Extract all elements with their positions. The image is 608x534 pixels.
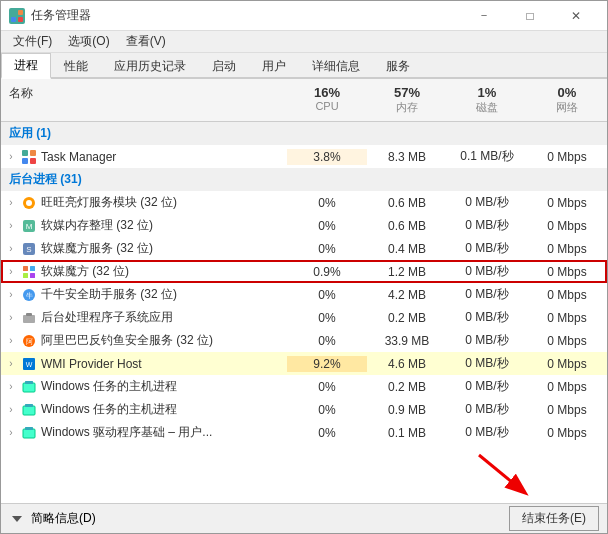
list-item[interactable]: › 软媒魔方 (32 位) 0.9% 1.2 MB 0 MB/秒 0 Mbps [1,260,607,283]
tab-services[interactable]: 服务 [373,53,423,79]
mem-val: 0.6 MB [367,195,447,211]
list-item[interactable]: › 旺旺亮灯服务模块 (32 位) 0% 0.6 MB 0 MB/秒 0 Mbp… [1,191,607,214]
list-item[interactable]: › M 软媒内存整理 (32 位) 0% 0.6 MB 0 MB/秒 0 Mbp… [1,214,607,237]
svg-text:牛: 牛 [26,292,33,299]
cell-name: › Windows 任务的主机进程 [1,401,287,418]
menu-view[interactable]: 查看(V) [118,31,174,52]
cpu-val: 0.9% [287,264,367,280]
list-item[interactable]: › 牛 千牛安全助手服务 (32 位) 0% 4.2 MB 0 MB/秒 0 M… [1,283,607,306]
cpu-val: 0% [287,333,367,349]
net-val: 0 Mbps [527,379,607,395]
close-button[interactable]: ✕ [553,1,599,31]
app-icon [9,8,25,24]
expand-icon[interactable]: › [5,289,17,300]
col-memory: 57% 内存 [367,83,447,117]
expand-icon[interactable]: › [5,404,17,415]
process-name: Task Manager [41,150,116,164]
disk-val: 0 MB/秒 [447,400,527,419]
expand-icon[interactable]: › [5,266,17,277]
col-name: 名称 [1,83,287,117]
expand-arrow[interactable] [9,511,25,527]
cpu-val: 0% [287,218,367,234]
svg-rect-21 [26,313,32,316]
disk-val: 0.1 MB/秒 [447,147,527,166]
net-val: 0 Mbps [527,149,607,165]
svg-rect-29 [25,404,33,407]
cell-name-task-manager: › Task Manager [1,149,287,165]
svg-rect-16 [23,273,28,278]
menu-file[interactable]: 文件(F) [5,31,60,52]
expand-icon[interactable]: › [5,220,17,231]
expand-icon[interactable]: › [5,243,17,254]
svg-marker-32 [12,516,22,522]
process-name: 软媒内存整理 (32 位) [41,217,153,234]
cell-name: › Windows 任务的主机进程 [1,378,287,395]
cell-name: › Windows 驱动程序基础 – 用户... [1,424,287,441]
disk-val: 0 MB/秒 [447,193,527,212]
list-item[interactable]: › W WMI Provider Host 9.2% 4.6 MB 0 MB/秒… [1,352,607,375]
expand-icon[interactable]: › [5,427,17,438]
table-header: 名称 16% CPU 57% 内存 1% 磁盘 0% 网络 [1,79,607,122]
process-icon: 阿 [21,333,37,349]
minimize-button[interactable]: － [461,1,507,31]
cell-name: › W WMI Provider Host [1,356,287,372]
process-name: WMI Provider Host [41,357,142,371]
net-val: 0 Mbps [527,402,607,418]
disk-val: 0 MB/秒 [447,216,527,235]
cpu-val: 0% [287,425,367,441]
process-name: 后台处理程序子系统应用 [41,309,173,326]
list-item[interactable]: › S 软媒魔方服务 (32 位) 0% 0.4 MB 0 MB/秒 0 Mbp… [1,237,607,260]
table-body: 应用 (1) › Task Manager 3. [1,122,607,503]
mem-val: 8.3 MB [367,149,447,165]
svg-rect-17 [30,273,35,278]
svg-rect-20 [23,315,35,323]
tab-startup[interactable]: 启动 [199,53,249,79]
section-apps-header: 应用 (1) [1,122,607,145]
end-task-button[interactable]: 结束任务(E) [509,506,599,531]
mem-val: 0.2 MB [367,310,447,326]
tab-details[interactable]: 详细信息 [299,53,373,79]
simple-info-label[interactable]: 简略信息(D) [31,510,96,527]
cpu-val: 3.8% [287,149,367,165]
svg-text:M: M [26,222,33,231]
expand-icon[interactable]: › [5,151,17,162]
svg-rect-30 [23,429,35,438]
row-task-manager[interactable]: › Task Manager 3.8% 8.3 MB 0.1 MB/秒 0 Mb… [1,145,607,168]
status-left: 简略信息(D) [9,510,96,527]
disk-val: 0 MB/秒 [447,308,527,327]
tab-performance[interactable]: 性能 [51,53,101,79]
process-icon: S [21,241,37,257]
expand-icon[interactable]: › [5,197,17,208]
mem-val: 0.1 MB [367,425,447,441]
list-item[interactable]: › Windows 驱动程序基础 – 用户... 0% 0.1 MB 0 MB/… [1,421,607,444]
tab-process[interactable]: 进程 [1,53,51,79]
list-item[interactable]: › 后台处理程序子系统应用 0% 0.2 MB 0 MB/秒 0 Mbps [1,306,607,329]
tab-history[interactable]: 应用历史记录 [101,53,199,79]
tab-users[interactable]: 用户 [249,53,299,79]
disk-val: 0 MB/秒 [447,354,527,373]
svg-rect-4 [22,150,28,156]
mem-val: 0.4 MB [367,241,447,257]
svg-point-9 [26,200,32,206]
menu-bar: 文件(F) 选项(O) 查看(V) [1,31,607,53]
net-val: 0 Mbps [527,287,607,303]
list-item[interactable]: › Windows 任务的主机进程 0% 0.9 MB 0 MB/秒 0 Mbp… [1,398,607,421]
disk-val: 0 MB/秒 [447,377,527,396]
list-item[interactable]: › 阿 阿里巴巴反钓鱼安全服务 (32 位) 0% 33.9 MB 0 MB/秒… [1,329,607,352]
expand-icon[interactable]: › [5,335,17,346]
expand-icon[interactable]: › [5,358,17,369]
process-icon [21,379,37,395]
svg-rect-31 [25,427,33,430]
expand-icon[interactable]: › [5,312,17,323]
list-item[interactable]: › Windows 任务的主机进程 0% 0.2 MB 0 MB/秒 0 Mbp… [1,375,607,398]
expand-icon[interactable]: › [5,381,17,392]
menu-options[interactable]: 选项(O) [60,31,117,52]
task-manager-icon [21,149,37,165]
maximize-button[interactable]: □ [507,1,553,31]
svg-text:W: W [26,361,33,368]
net-val: 0 Mbps [527,310,607,326]
col-cpu: 16% CPU [287,83,367,117]
net-val: 0 Mbps [527,356,607,372]
svg-text:S: S [26,245,31,254]
svg-rect-27 [25,381,33,384]
